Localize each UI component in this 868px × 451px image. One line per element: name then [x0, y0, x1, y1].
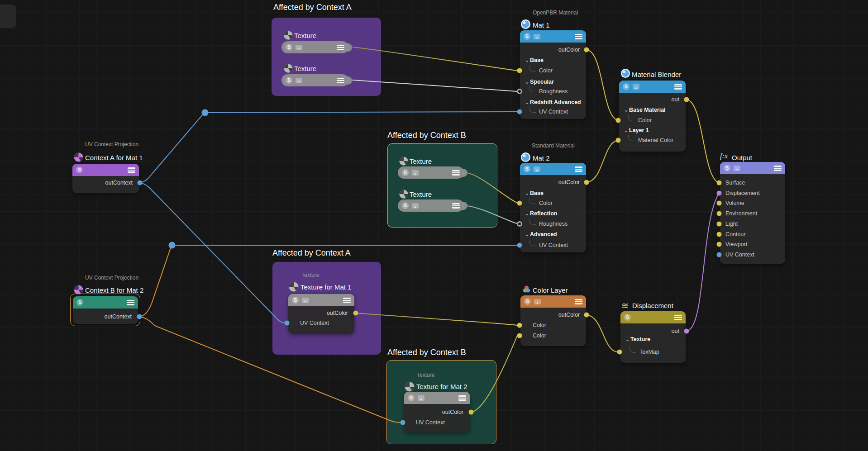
texture-node-texA2[interactable]: S ▲	[281, 74, 348, 86]
port-output-viewport-in[interactable]	[717, 242, 722, 247]
node-texture-for-mat1[interactable]: S ▲ outColor UV Context	[288, 294, 354, 334]
port-mat2-roughness-in[interactable]	[517, 221, 522, 227]
port-output-environment-in[interactable]	[717, 211, 722, 216]
section-base-material[interactable]: ⌄Base Material	[619, 105, 686, 114]
chevron-down-icon[interactable]: ⌄	[524, 100, 530, 104]
node-color-layer[interactable]: S ▲ outColor Color Color	[520, 295, 586, 346]
port-texm1-outcolor[interactable]	[353, 311, 358, 316]
section-advanced[interactable]: ⌄Advanced	[520, 230, 586, 239]
tree-connector	[529, 198, 536, 204]
port-displacement-out[interactable]	[684, 329, 689, 334]
port-texm2-uvcontext-in[interactable]	[401, 420, 405, 425]
port-blender-color-in[interactable]	[616, 118, 621, 123]
wire-colorlayer-to-displacement-texmap[interactable]	[587, 315, 617, 352]
chevron-down-icon[interactable]: ⌄	[625, 337, 630, 341]
wire-junction-to-mat1-uvcontext[interactable]	[205, 112, 517, 113]
node-displacement[interactable]: S out ⌄Texture TexMap	[620, 311, 686, 363]
wire-blender-to-output-surface[interactable]	[687, 100, 719, 183]
node-header[interactable]: S ▲	[520, 30, 586, 43]
section-texture[interactable]: ⌄Texture	[620, 335, 686, 344]
section-redshift-advanced[interactable]: ⌄Redshift Advanced	[520, 98, 586, 107]
section-layer-1[interactable]: ⌄Layer 1	[619, 126, 686, 135]
partial-offscreen-node[interactable]	[0, 5, 16, 28]
chevron-down-icon[interactable]: ⌄	[623, 108, 629, 112]
texture-node-texA1[interactable]: S ▲	[281, 41, 348, 53]
port-output-displacement-in[interactable]	[717, 191, 722, 196]
menu-icon[interactable]	[337, 78, 344, 83]
port-output-uvcontext-in[interactable]	[717, 252, 722, 257]
port-mat2-uvcontext-in[interactable]	[517, 243, 522, 248]
section-base[interactable]: ⌄Base	[520, 56, 586, 65]
section-specular[interactable]: ⌄Specular	[520, 77, 586, 86]
port-output-contour-in[interactable]	[717, 232, 722, 237]
node-header[interactable]: S ▲	[520, 163, 586, 175]
menu-icon[interactable]	[575, 166, 582, 172]
port-output-volume-in[interactable]	[717, 201, 722, 206]
port-blender-materialcolor-in[interactable]	[616, 138, 621, 143]
texture-node-texB2[interactable]: S ▲	[398, 199, 464, 212]
wire-mat2-to-blender-materialcolor[interactable]	[587, 140, 618, 182]
node-header[interactable]: S ▲	[619, 81, 686, 93]
port-mat1-outcolor[interactable]	[584, 47, 589, 52]
port-mat1-roughness-in[interactable]	[517, 89, 522, 94]
chevron-down-icon[interactable]: ⌄	[623, 128, 629, 132]
wire-mat1-to-blender-color[interactable]	[587, 50, 618, 120]
wire-ctxA-to-texM1-uvcontext[interactable]	[140, 183, 285, 323]
port-output-surface-in[interactable]	[717, 180, 722, 185]
node-header[interactable]: S ▲	[288, 294, 354, 306]
node-header[interactable]: S ▲	[720, 162, 785, 174]
port-texm1-uvcontext-in[interactable]	[285, 321, 290, 326]
port-mat1-uvcontext-in[interactable]	[517, 109, 522, 114]
port-texm2-outcolor[interactable]	[469, 410, 474, 415]
menu-icon[interactable]	[452, 170, 460, 176]
port-mat2-color-in[interactable]	[517, 201, 522, 206]
chevron-down-icon[interactable]: ⌄	[524, 212, 530, 215]
texture-node-texB1[interactable]: S ▲	[398, 166, 464, 179]
port-colorlayer-color1-in[interactable]	[517, 323, 522, 328]
port-displacement-texmap-in[interactable]	[617, 350, 622, 355]
wire-ctxB-to-junction[interactable]	[139, 248, 171, 317]
port-mat1-color-in[interactable]	[517, 68, 522, 73]
menu-icon[interactable]	[337, 45, 344, 50]
node-mat2[interactable]: S ▲ outColor ⌄Base Color ⌄Reflection Rou…	[520, 163, 586, 252]
menu-icon[interactable]	[128, 167, 135, 173]
menu-icon[interactable]	[575, 299, 582, 304]
node-header[interactable]: S ▲	[404, 392, 470, 404]
section-base[interactable]: ⌄Base	[520, 189, 586, 198]
port-output-light-in[interactable]	[717, 222, 722, 227]
menu-icon[interactable]	[458, 395, 466, 401]
menu-icon[interactable]	[674, 84, 682, 90]
port-mat2-outcolor[interactable]	[584, 180, 589, 185]
wire-displacement-to-output-displacement[interactable]	[687, 193, 719, 331]
node-header[interactable]: S	[73, 296, 138, 309]
node-editor-canvas[interactable]: Affected by Context A Affected by Contex…	[0, 0, 868, 451]
wire-ctxA-to-junction[interactable]	[140, 114, 203, 183]
menu-icon[interactable]	[674, 315, 682, 320]
port-blender-out[interactable]	[684, 97, 689, 102]
node-context-b[interactable]: S outContext	[73, 296, 138, 324]
menu-icon[interactable]	[575, 34, 582, 39]
menu-icon[interactable]	[343, 298, 351, 303]
node-mat1[interactable]: S ▲ outColor ⌄Base Color ⌄Specular Rough…	[520, 30, 586, 119]
node-header[interactable]: S	[72, 164, 139, 176]
node-texture-for-mat2[interactable]: S ▲ outColor UV Context	[404, 392, 470, 432]
chevron-down-icon[interactable]: ⌄	[524, 58, 530, 62]
chevron-down-icon[interactable]: ⌄	[524, 191, 530, 195]
menu-icon[interactable]	[127, 300, 134, 305]
menu-icon[interactable]	[774, 166, 782, 171]
menu-icon[interactable]	[452, 203, 460, 209]
port-colorlayer-outcolor[interactable]	[584, 313, 589, 318]
port-ctxb-outcontext[interactable]	[137, 314, 142, 319]
chevron-down-icon[interactable]: ⌄	[524, 233, 530, 236]
chevron-down-icon[interactable]: ⌄	[524, 80, 530, 84]
wire-junction-dot-blue[interactable]	[202, 109, 209, 116]
port-ctxa-outcontext[interactable]	[138, 180, 143, 185]
port-colorlayer-color2-in[interactable]	[517, 333, 522, 338]
node-material-blender[interactable]: S ▲ out ⌄Base Material Color ⌄Layer 1 Ma…	[619, 81, 686, 152]
node-output[interactable]: S ▲ Surface Displacement Volume Environm…	[720, 162, 785, 264]
node-header[interactable]: S ▲	[520, 295, 586, 308]
node-header[interactable]: S	[620, 311, 686, 323]
section-reflection[interactable]: ⌄Reflection	[520, 209, 586, 218]
wire-junction-dot-orange-net[interactable]	[169, 242, 176, 249]
node-context-a[interactable]: S outContext	[72, 164, 139, 193]
